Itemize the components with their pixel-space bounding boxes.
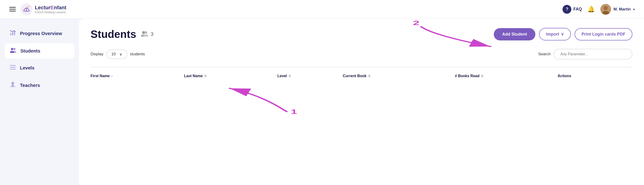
sort-first-name-icon: ↑ — [111, 74, 113, 78]
sort-last-name-icon: ⇅ — [204, 74, 207, 78]
levels-icon — [10, 65, 16, 71]
sidebar-item-students[interactable]: Students — [5, 43, 74, 59]
col-actions: Actions — [558, 72, 632, 80]
teachers-icon — [10, 81, 16, 89]
display-group: Display 10 ∨ students — [90, 50, 145, 59]
students-label: students — [130, 52, 145, 57]
svg-point-16 — [12, 82, 14, 85]
svg-rect-6 — [10, 33, 12, 35]
controls-row: Display 10 ∨ students Search — [90, 49, 632, 60]
col-first-name[interactable]: First Name ↑ — [90, 72, 184, 80]
header-left: ✦ ★ LecturEnfant French Reading Lessons — [9, 3, 66, 15]
main-content: Students 3 Add Student — [79, 19, 644, 185]
sort-current-book-icon: ⇅ — [368, 74, 371, 78]
display-value: 10 — [112, 52, 116, 57]
table-header: First Name ↑ Last Name ⇅ Level ⇅ Current… — [90, 67, 632, 80]
sidebar-item-teachers[interactable]: Teachers — [5, 77, 74, 93]
avatar — [600, 4, 611, 15]
progress-icon — [10, 30, 16, 37]
sidebar-label-students: Students — [20, 48, 40, 54]
svg-point-4 — [604, 6, 608, 10]
header-right: ? FAQ 🔔 M. Martin ▾ — [562, 4, 635, 15]
col-actions-label: Actions — [558, 74, 571, 78]
student-count: 3 — [151, 31, 154, 37]
col-level-label: Level — [278, 74, 287, 78]
logo-highlight: E — [50, 5, 54, 11]
svg-text:★: ★ — [28, 6, 30, 7]
students-icon — [10, 47, 16, 54]
col-current-book-label: Current Book — [343, 74, 366, 78]
col-last-name-label: Last Name — [184, 74, 203, 78]
svg-rect-18 — [10, 87, 16, 87]
group-icon — [140, 30, 149, 38]
faq-label: FAQ — [573, 7, 582, 12]
col-books-read-label: # Books Read — [455, 74, 480, 78]
sort-books-read-icon: ⇅ — [481, 74, 484, 78]
logo-icon: ✦ ★ — [20, 3, 32, 15]
logo-area: ✦ ★ LecturEnfant French Reading Lessons — [20, 3, 66, 15]
annotation-layer: 1 2 — [79, 19, 644, 185]
col-first-name-label: First Name — [90, 74, 110, 78]
print-login-cards-button[interactable]: Print Login cards PDF — [574, 28, 632, 41]
sidebar-item-progress-overview[interactable]: Progress Overview — [5, 26, 74, 41]
import-label: Import — [546, 32, 559, 37]
faq-icon: ? — [562, 5, 571, 14]
sidebar-label-levels: Levels — [20, 65, 34, 71]
col-last-name[interactable]: Last Name ⇅ — [184, 72, 277, 80]
user-menu[interactable]: M. Martin ▾ — [600, 4, 635, 15]
svg-rect-19 — [12, 85, 14, 86]
display-label: Display — [90, 52, 104, 57]
page-title-group: Students 3 — [90, 28, 154, 41]
svg-point-21 — [144, 31, 147, 34]
search-input[interactable] — [554, 49, 632, 60]
display-select[interactable]: 10 ∨ — [106, 50, 127, 59]
faq-button[interactable]: ? FAQ — [562, 5, 582, 14]
notification-bell-icon[interactable]: 🔔 — [587, 6, 595, 13]
user-dropdown-icon: ▾ — [633, 8, 635, 11]
svg-text:2: 2 — [413, 19, 419, 27]
logo-title: LecturEnfant — [35, 5, 66, 11]
import-button[interactable]: Import ∨ — [539, 28, 571, 41]
search-group: Search — [538, 49, 632, 60]
hamburger-button[interactable] — [9, 7, 16, 11]
layout: Progress Overview Students — [0, 19, 644, 185]
display-chevron-icon: ∨ — [119, 52, 122, 57]
svg-rect-14 — [10, 67, 16, 68]
logo-subtitle: French Reading Lessons — [35, 11, 66, 14]
search-input-wrap — [554, 49, 632, 60]
student-count-badge: 3 — [140, 30, 154, 38]
header: ✦ ★ LecturEnfant French Reading Lessons … — [0, 0, 644, 19]
page-header: Students 3 Add Student — [90, 28, 632, 41]
page-title: Students — [90, 28, 136, 41]
svg-rect-7 — [12, 32, 13, 35]
add-student-button[interactable]: Add Student — [494, 28, 535, 41]
sidebar-item-levels[interactable]: Levels — [5, 60, 74, 75]
sidebar-label-progress-overview: Progress Overview — [20, 31, 62, 36]
logo-text: LecturEnfant French Reading Lessons — [35, 5, 66, 14]
svg-point-10 — [13, 48, 16, 50]
sidebar-label-teachers: Teachers — [20, 83, 40, 88]
sort-level-icon: ⇅ — [288, 74, 291, 78]
svg-text:1: 1 — [291, 108, 297, 115]
svg-rect-13 — [10, 65, 16, 66]
action-buttons: Add Student Import ∨ Print Login cards P… — [494, 28, 632, 41]
sidebar: Progress Overview Students — [0, 19, 79, 185]
svg-point-9 — [11, 48, 13, 50]
svg-rect-15 — [10, 69, 16, 70]
col-books-read[interactable]: # Books Read ⇅ — [455, 72, 558, 80]
search-label: Search — [538, 52, 551, 57]
import-chevron-icon: ∨ — [561, 32, 564, 37]
user-name: M. Martin — [613, 7, 631, 12]
col-level[interactable]: Level ⇅ — [278, 72, 343, 80]
col-current-book[interactable]: Current Book ⇅ — [343, 72, 455, 80]
